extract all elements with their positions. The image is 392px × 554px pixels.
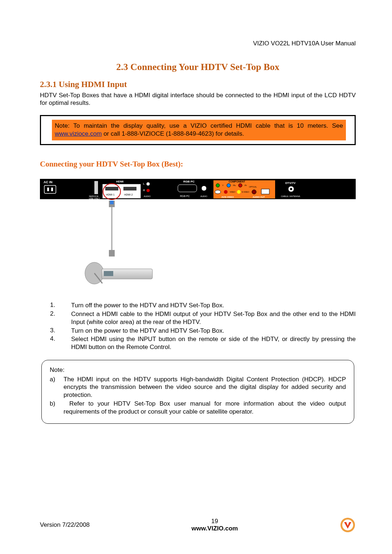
step-text: Turn off the power to the HDTV and HDTV …	[71, 301, 356, 309]
svg-point-33	[342, 520, 353, 530]
svg-point-14	[216, 184, 220, 187]
step-text: Select HDMI using the INPUT button on th…	[71, 335, 356, 351]
step-item: 2. Connect a HDMI cable to the HDMI outp…	[50, 310, 356, 326]
note-box: Note: a) The HDMI input on the HDTV supp…	[41, 360, 354, 424]
svg-rect-26	[111, 207, 113, 251]
svg-point-10	[146, 189, 150, 192]
label-y: Y	[222, 184, 224, 186]
label-ac-in: AC IN	[44, 180, 53, 184]
subsection-title: 2.3.1 Using HDMI Input	[40, 80, 356, 89]
label-hdmi: HDMI	[116, 180, 123, 183]
label-avs-video: AV/S-VIDEO	[221, 196, 234, 198]
footer-page-number: 19	[90, 518, 340, 525]
svg-rect-7	[123, 187, 136, 190]
label-cable-antenna: CABLE / ANTENNA	[281, 195, 300, 197]
svg-rect-31	[104, 271, 113, 276]
callout-link[interactable]: www.vizioce.com	[55, 130, 102, 137]
svg-point-19	[237, 190, 241, 194]
note-item: a) The HDMI input on the HDTV supports H…	[50, 376, 346, 399]
svg-rect-1	[44, 185, 56, 193]
label-r: R	[143, 189, 145, 192]
svg-rect-25	[110, 201, 114, 204]
svg-rect-2	[47, 188, 49, 191]
svg-rect-5	[102, 184, 141, 198]
label-audio-out: AUDIO OUT	[253, 196, 265, 198]
svg-point-9	[146, 182, 150, 186]
page-header-product: VIZIO VO22L HDTV10A User Manual	[40, 40, 356, 47]
label-hdmi2: HDMI 2	[124, 193, 133, 196]
svg-point-18	[224, 190, 228, 194]
callout-suffix: or call 1-888-VIZIOCE (1-888-849-4623) f…	[102, 130, 244, 137]
steps-list: 1. Turn off the power to the HDTV and HD…	[40, 301, 356, 351]
svg-point-16	[238, 184, 242, 187]
label-video: VIDEO	[230, 191, 236, 193]
footer-version: Version 7/22/2008	[40, 521, 90, 529]
label-pr: Pr	[245, 184, 247, 186]
svg-rect-4	[94, 181, 98, 194]
label-rgb-pc: RGB PC	[183, 180, 195, 183]
note-text: The HDMI input on the HDTV supports High…	[64, 376, 346, 399]
label-component: COMPONENT	[229, 180, 245, 183]
section-title: 2.3 Connecting Your HDTV Set-Top Box	[40, 62, 356, 73]
label-pc-audio: AUDIO	[200, 195, 207, 197]
label-rgb-pc-small: RGB PC	[180, 195, 190, 197]
label-hdmi-audio: AUDIO	[144, 195, 151, 197]
callout-prefix: Note: To maintain the display quality, u…	[55, 122, 343, 129]
note-text: Refer to your HDTV Set-Top Box user manu…	[64, 400, 346, 416]
vizio-logo-icon	[340, 517, 356, 533]
svg-rect-0	[40, 179, 356, 199]
connection-diagram: AC IN SERVICE USE ONLY HDMI HDMI 1 HDMI …	[40, 179, 356, 291]
step-number: 2.	[50, 310, 71, 326]
page-footer: Version 7/22/2008 19 www.VIZIO.com	[40, 517, 356, 533]
step-item: 3. Turn on the power to the HDTV and HDT…	[50, 327, 356, 335]
footer-url: www.VIZIO.com	[192, 525, 238, 532]
svg-rect-3	[51, 188, 53, 191]
label-dtv-tv: DTV/TV	[285, 181, 296, 185]
label-l: L	[143, 182, 145, 185]
step-number: 3.	[50, 327, 71, 335]
intro-paragraph: HDTV Set-Top Boxes that have a HDMI digi…	[40, 91, 356, 107]
step-item: 4. Select HDMI using the INPUT button on…	[50, 335, 356, 351]
label-use-only: USE ONLY	[89, 197, 100, 200]
svg-rect-27	[109, 250, 115, 257]
svg-rect-6	[105, 187, 118, 190]
step-number: 1.	[50, 301, 71, 309]
note-bullet: a)	[50, 376, 64, 399]
step-item: 1. Turn off the power to the HDTV and HD…	[50, 301, 356, 309]
note-label: Note:	[50, 366, 346, 374]
svg-point-12	[201, 186, 207, 191]
svg-point-17	[215, 190, 221, 194]
callout-frame: Note: To maintain the display quality, u…	[40, 115, 356, 145]
label-svideo: S-VIDEO	[242, 191, 249, 193]
note-item: b) Refer to your HDTV Set-Top Box user m…	[50, 400, 346, 416]
note-bullet: b)	[50, 400, 64, 416]
orange-subheading: Connecting your HDTV Set-Top Box (Best):	[40, 160, 356, 169]
callout-box: Note: To maintain the display quality, u…	[52, 120, 346, 141]
svg-point-20	[252, 190, 256, 194]
label-pb: Pb	[233, 184, 236, 186]
step-text: Turn on the power to the HDTV and HDTV S…	[71, 327, 356, 335]
label-hdmi1: HDMI 1	[106, 193, 115, 196]
svg-rect-21	[261, 189, 269, 194]
svg-point-15	[227, 184, 230, 187]
label-optical: OPTICAL	[249, 186, 257, 188]
step-number: 4.	[50, 335, 71, 351]
svg-point-23	[290, 188, 292, 190]
step-text: Connect a HDMI cable to the HDMI output …	[71, 310, 356, 326]
